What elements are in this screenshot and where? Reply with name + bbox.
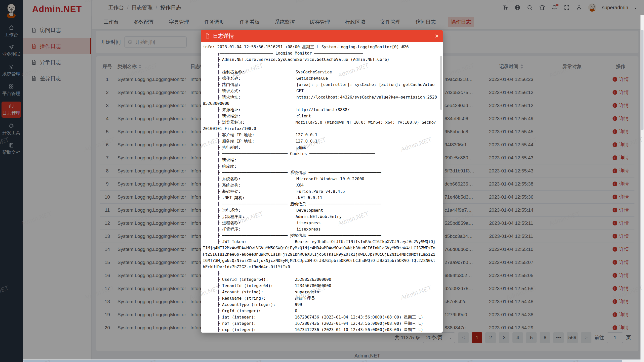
close-icon[interactable]: ×	[435, 33, 439, 39]
dialog-header: 日志详情 ×	[201, 30, 443, 42]
dialog-body: info: 2023-01-04 12:55:36.1516291 +08:00…	[201, 42, 443, 333]
document-icon	[205, 33, 210, 39]
log-detail-dialog: 日志详情 × info: 2023-01-04 12:55:36.1516291…	[201, 30, 443, 333]
page-vertical-scrollbar[interactable]	[640, 15, 644, 362]
vertical-scrollbar-thumb[interactable]	[641, 30, 643, 130]
dialog-scrollbar-thumb[interactable]	[440, 56, 442, 110]
page-horizontal-scrollbar[interactable]	[23, 359, 640, 362]
dialog-title: 日志详情	[213, 32, 234, 39]
log-detail-content: info: 2023-01-04 12:55:36.1516291 +08:00…	[203, 44, 438, 333]
horizontal-scrollbar-thumb[interactable]	[23, 360, 622, 362]
